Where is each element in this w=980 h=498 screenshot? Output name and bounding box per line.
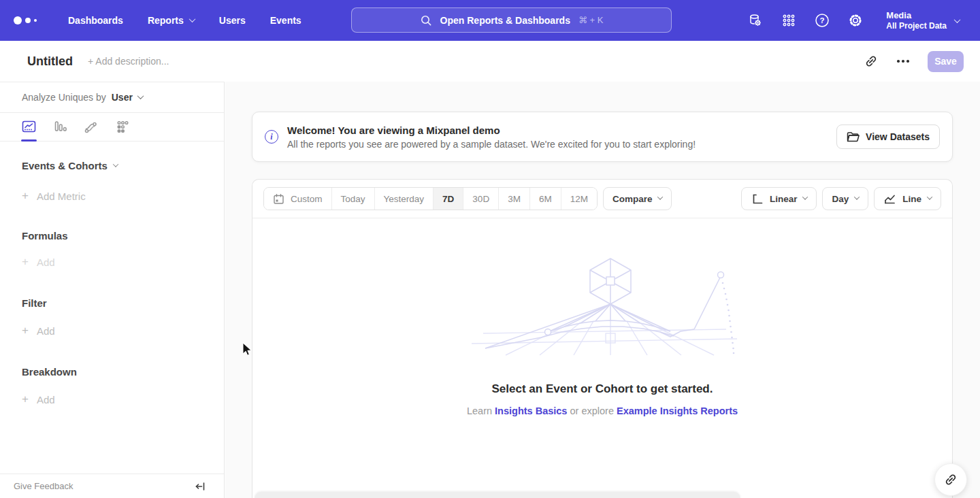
date-range-12m[interactable]: 12M xyxy=(561,188,597,210)
events-cohorts-label: Events & Cohorts xyxy=(22,160,108,171)
filter-label: Filter xyxy=(22,297,47,309)
interval-dropdown[interactable]: Day xyxy=(822,187,868,210)
or-explore-text: or explore xyxy=(570,405,613,416)
tab-insights[interactable] xyxy=(21,119,37,135)
chevron-down-icon xyxy=(137,93,144,99)
search-placeholder: Open Reports & Dashboards xyxy=(440,15,570,26)
mixpanel-logo[interactable] xyxy=(14,16,41,24)
formulas-section-header: Formulas xyxy=(22,230,202,242)
nav-item-events[interactable]: Events xyxy=(270,15,301,26)
bottom-sheet-edge[interactable] xyxy=(255,492,740,498)
funnels-tab-icon xyxy=(52,119,68,135)
collapse-sidebar-icon xyxy=(195,481,206,492)
add-metric-label: Add Metric xyxy=(37,190,86,202)
main-content: i Welcome! You are viewing a Mixpanel de… xyxy=(225,82,980,498)
add-filter-label: Add xyxy=(37,325,55,337)
chevron-down-icon xyxy=(113,161,118,167)
insights-basics-link[interactable]: Insights Basics xyxy=(495,405,567,416)
project-name: Media xyxy=(886,10,947,21)
example-insights-reports-link[interactable]: Example Insights Reports xyxy=(617,405,738,416)
add-breakdown-label: Add xyxy=(37,394,55,405)
analyze-by-dropdown[interactable]: User xyxy=(112,92,143,103)
date-range-today[interactable]: Today xyxy=(331,188,374,210)
report-header: Untitled + Add description... Save xyxy=(0,41,980,82)
tab-retention[interactable] xyxy=(115,119,131,135)
chevron-down-icon xyxy=(927,194,932,199)
tab-flows[interactable] xyxy=(84,119,99,135)
project-switcher[interactable]: Media All Project Data xyxy=(886,10,960,31)
empty-state-illustration xyxy=(459,249,745,356)
nav-item-dashboards[interactable]: Dashboards xyxy=(68,15,123,26)
project-scope: All Project Data xyxy=(886,21,947,31)
report-title[interactable]: Untitled xyxy=(27,54,73,69)
search-bar[interactable]: Open Reports & Dashboards ⌘ + K xyxy=(351,7,672,33)
give-feedback-link[interactable]: Give Feedback xyxy=(14,481,73,491)
report-description-placeholder[interactable]: + Add description... xyxy=(88,56,169,67)
nav-item-label: Events xyxy=(270,15,301,26)
line-chart-icon xyxy=(883,193,896,205)
empty-state: Select an Event or Cohort to get started… xyxy=(252,218,952,416)
compare-dropdown[interactable]: Compare xyxy=(603,187,672,210)
plus-icon: + xyxy=(22,255,29,269)
view-datasets-label: View Datasets xyxy=(866,131,930,142)
date-range-label: Yesterday xyxy=(384,194,425,204)
banner-body: All the reports you see are powered by a… xyxy=(287,139,696,150)
date-range-30d[interactable]: 30D xyxy=(463,188,498,210)
nav-item-users[interactable]: Users xyxy=(219,15,246,26)
chevron-down-icon xyxy=(854,194,860,199)
nav-item-reports[interactable]: Reports xyxy=(148,15,195,26)
add-formula-label: Add xyxy=(37,256,55,268)
view-datasets-button[interactable]: View Datasets xyxy=(836,124,940,149)
flows-tab-icon xyxy=(84,119,99,135)
primary-nav: Dashboards Reports Users Events xyxy=(68,15,301,26)
date-range-label: 7D xyxy=(442,194,454,204)
settings-gear-icon[interactable] xyxy=(847,12,864,29)
copy-report-link-button[interactable] xyxy=(934,463,967,496)
selected-tab-indicator xyxy=(21,139,37,142)
date-range-6m[interactable]: 6M xyxy=(529,188,561,210)
analyze-uniques-label: Analyze Uniques by xyxy=(22,92,106,103)
nav-item-label: Dashboards xyxy=(68,15,123,26)
compare-label: Compare xyxy=(612,194,653,204)
more-options-button[interactable] xyxy=(896,54,911,69)
date-range-segmented-control: Custom Today Yesterday 7D 30D 3M 6M 12M xyxy=(263,187,598,210)
add-metric-button[interactable]: + Add Metric xyxy=(22,189,202,203)
tab-funnels[interactable] xyxy=(52,119,68,135)
query-sidebar: Analyze Uniques by User xyxy=(0,82,225,498)
date-range-7d[interactable]: 7D xyxy=(433,188,463,210)
empty-state-subtext: Learn Insights Basics or explore Example… xyxy=(252,405,952,416)
events-cohorts-section-header[interactable]: Events & Cohorts xyxy=(22,160,202,171)
empty-state-title: Select an Event or Cohort to get started… xyxy=(252,382,952,396)
apps-grid-icon[interactable] xyxy=(781,12,797,29)
breakdown-section-header: Breakdown xyxy=(22,366,202,378)
copy-link-button[interactable] xyxy=(864,54,879,69)
link-icon xyxy=(944,473,958,486)
data-connections-icon[interactable] xyxy=(747,12,764,29)
collapse-sidebar-button[interactable] xyxy=(195,481,206,492)
help-icon[interactable]: ? xyxy=(814,12,830,29)
date-range-label: Custom xyxy=(291,194,323,204)
search-shortcut: ⌘ + K xyxy=(578,15,604,25)
save-button[interactable]: Save xyxy=(928,51,964,72)
plus-icon: + xyxy=(22,324,29,337)
scale-dropdown[interactable]: Linear xyxy=(741,187,817,210)
chart-type-dropdown[interactable]: Line xyxy=(874,187,941,210)
ellipsis-icon xyxy=(897,60,909,63)
date-range-custom[interactable]: Custom xyxy=(264,188,331,210)
linear-axes-icon xyxy=(751,193,764,205)
date-range-label: 6M xyxy=(539,194,552,204)
welcome-banner: i Welcome! You are viewing a Mixpanel de… xyxy=(252,112,953,162)
insights-tab-icon xyxy=(21,119,37,135)
date-range-yesterday[interactable]: Yesterday xyxy=(374,188,434,210)
add-filter-button[interactable]: + Add xyxy=(22,324,202,337)
plus-icon: + xyxy=(22,393,29,406)
chevron-down-icon xyxy=(802,194,808,199)
add-breakdown-button[interactable]: + Add xyxy=(22,393,202,406)
chart-type-label: Line xyxy=(902,194,921,204)
date-range-label: 30D xyxy=(472,194,489,204)
nav-item-label: Reports xyxy=(148,15,184,26)
chevron-down-icon xyxy=(657,194,663,199)
date-range-3m[interactable]: 3M xyxy=(498,188,529,210)
filter-section-header: Filter xyxy=(22,297,202,309)
add-formula-button[interactable]: + Add xyxy=(22,255,202,269)
